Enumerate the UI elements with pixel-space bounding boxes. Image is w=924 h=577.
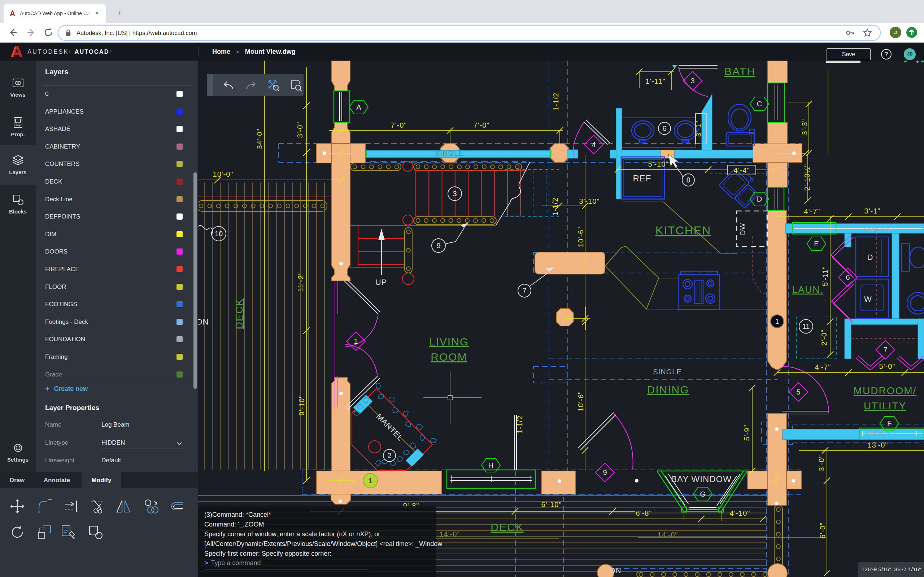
cad-marker-10[interactable]: 10 — [212, 226, 226, 241]
explode-tool[interactable] — [88, 524, 103, 540]
cad-label[interactable]: D — [867, 253, 874, 262]
cad-label[interactable]: 7'-0" — [473, 121, 490, 129]
layer-row[interactable]: CABINETRY — [36, 139, 198, 156]
cad-label[interactable]: 3'-1" — [864, 207, 881, 215]
cad-label[interactable]: 10'-0" — [213, 170, 234, 178]
stair-treads[interactable] — [416, 170, 520, 216]
cad-label[interactable]: 13'-0" — [868, 441, 888, 449]
cad-label[interactable]: 1-1/2 — [551, 198, 559, 216]
cad-marker-2[interactable]: 2 — [383, 449, 396, 462]
stairs[interactable] — [350, 161, 527, 285]
move-tool[interactable] — [10, 498, 25, 514]
zoom-window-icon[interactable] — [288, 78, 303, 92]
cad-label[interactable]: 4'-7" — [815, 363, 831, 371]
undo-icon[interactable] — [221, 78, 236, 92]
cad-label[interactable]: 9'-10" — [298, 395, 306, 416]
cad-label[interactable]: 10'-6" — [577, 227, 585, 247]
layer-color-swatch[interactable] — [176, 284, 183, 290]
layer-row[interactable]: DOORS — [36, 243, 198, 261]
cad-label[interactable]: DECK — [234, 298, 245, 329]
deck-boards-left[interactable] — [198, 182, 332, 469]
scale-tool[interactable] — [36, 524, 52, 540]
layer-row[interactable]: Footings - Deck — [36, 314, 198, 331]
cad-marker-1[interactable]: 1 — [771, 315, 783, 328]
toolbar-drag-handle[interactable] — [207, 74, 213, 96]
cad-label[interactable]: SINGLE — [864, 226, 892, 234]
layer-color-swatch[interactable] — [176, 91, 183, 97]
cad-marker-1[interactable]: 1 — [363, 474, 378, 488]
cad-label[interactable]: 6'-8" — [636, 509, 652, 517]
layer-color-swatch[interactable] — [176, 161, 183, 167]
panel-scrollbar[interactable] — [194, 172, 197, 389]
cad-marker-11[interactable]: 11 — [799, 319, 813, 333]
drawing-canvas[interactable]: BATHKITCHENLIVINGROOMDININGLAUN.MUDROOM/… — [198, 61, 924, 577]
cad-label[interactable]: 5'-11" — [821, 266, 829, 286]
cad-label[interactable]: SINGLE — [863, 429, 891, 437]
layer-row[interactable]: 0 — [36, 86, 198, 103]
layer-row[interactable]: Framing — [36, 349, 198, 366]
cad-label[interactable]: 10'-6" — [577, 391, 585, 412]
fillet-tool[interactable] — [37, 498, 53, 514]
cad-label[interactable]: BATH — [724, 65, 756, 77]
new-tab-button[interactable]: + — [114, 8, 124, 18]
trim-tool[interactable] — [90, 498, 106, 514]
floorplan-drawing[interactable]: BATHKITCHENLIVINGROOMDININGLAUN.MUDROOM/… — [198, 61, 924, 577]
layer-color-swatch[interactable] — [176, 213, 183, 220]
layer-color-swatch[interactable] — [176, 108, 183, 115]
cad-marker-6[interactable]: 6 — [838, 268, 857, 287]
cad-marker-A[interactable]: A — [349, 100, 368, 114]
reload-icon[interactable] — [43, 27, 53, 37]
cad-label[interactable]: DINING — [647, 384, 690, 396]
cad-label[interactable]: 3'-3" — [801, 119, 809, 135]
extend-tool[interactable] — [63, 498, 79, 514]
cad-marker-C[interactable]: C — [750, 97, 769, 111]
bookmark-star-icon[interactable] — [863, 28, 872, 37]
cad-label[interactable]: 1'-11" — [645, 77, 665, 85]
cad-label[interactable]: MANTEL — [375, 412, 405, 443]
property-value[interactable]: HIDDEN — [102, 439, 125, 446]
cad-label[interactable]: LIVING — [429, 336, 469, 348]
rail-item-views[interactable]: Views — [0, 71, 36, 104]
cad-label[interactable]: SINGLE — [653, 368, 682, 376]
update-icon[interactable] — [906, 27, 918, 38]
cad-label[interactable]: 3'-0" — [817, 455, 825, 471]
layer-color-swatch[interactable] — [176, 126, 183, 132]
layer-row[interactable]: Grade — [36, 366, 198, 384]
layer-color-swatch[interactable] — [176, 179, 183, 185]
cad-label[interactable]: 5'-0" — [879, 363, 895, 371]
layer-row[interactable]: DECK — [36, 174, 198, 191]
cad-label[interactable]: W — [864, 295, 872, 304]
tab-close-icon[interactable]: × — [93, 9, 101, 18]
rail-item-layers[interactable]: Layers — [0, 145, 36, 185]
layer-row[interactable]: Deck Line — [36, 191, 198, 208]
layer-color-swatch[interactable] — [176, 231, 183, 237]
mirror-tool[interactable] — [115, 498, 131, 514]
layer-row[interactable]: ASHADE — [36, 121, 198, 138]
cad-label[interactable]: ON — [198, 318, 209, 326]
cad-marker-9[interactable]: 9 — [432, 239, 446, 253]
tab-draw[interactable]: Draw — [0, 472, 34, 488]
cad-label[interactable]: MUDROOM/ — [854, 385, 917, 396]
match-properties-tool[interactable] — [61, 524, 76, 540]
cad-label[interactable]: 1-1/2 — [516, 416, 524, 434]
cad-marker-9[interactable]: 9 — [596, 463, 614, 482]
rail-item-properties[interactable]: Prop. — [0, 110, 36, 143]
cad-marker-7[interactable]: 7 — [518, 284, 531, 297]
cad-marker-G[interactable]: G — [693, 487, 712, 501]
key-icon[interactable] — [845, 28, 855, 37]
cad-label[interactable]: 5'-9" — [743, 425, 751, 441]
forward-icon[interactable] — [26, 27, 36, 37]
layer-row[interactable]: FOOTINGS — [36, 296, 198, 313]
breadcrumb-home[interactable]: Home — [212, 48, 230, 56]
cad-label[interactable]: UTILITY — [864, 400, 906, 411]
command-line-panel[interactable]: (3)Command: *Cancel*Command: '_.ZOOMSpec… — [198, 506, 436, 577]
cad-label[interactable]: 3'-1" — [695, 121, 703, 137]
layer-color-swatch[interactable] — [176, 336, 183, 342]
layer-row[interactable]: COUNTERS — [36, 156, 198, 173]
cad-label[interactable]: 3'-10" — [579, 197, 600, 205]
layer-color-swatch[interactable] — [176, 248, 183, 255]
offset-tool[interactable] — [168, 498, 184, 514]
cad-label[interactable]: DW — [739, 223, 746, 235]
cad-label[interactable]: 14'-0" — [657, 531, 678, 539]
cad-label[interactable]: 34'-0" — [255, 129, 263, 149]
